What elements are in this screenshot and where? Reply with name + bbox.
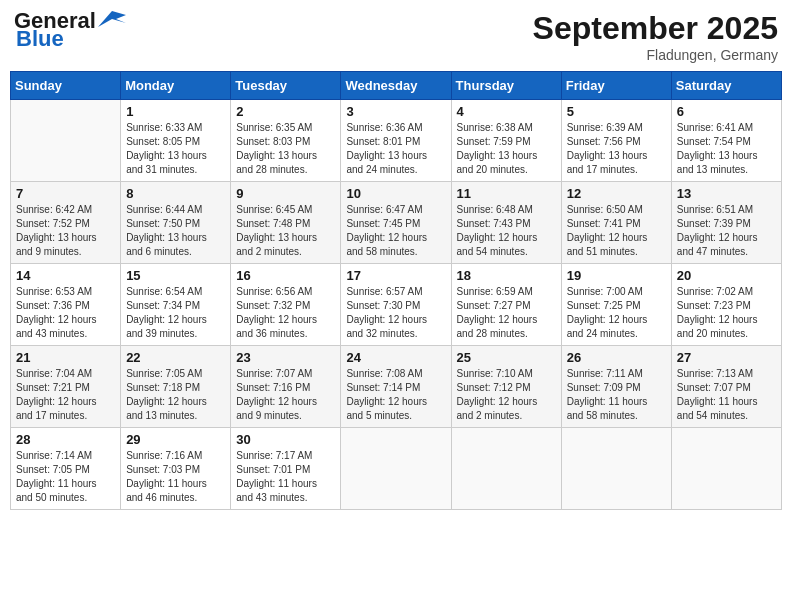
calendar-cell: 19Sunrise: 7:00 AMSunset: 7:25 PMDayligh… bbox=[561, 264, 671, 346]
day-info: Sunrise: 6:50 AMSunset: 7:41 PMDaylight:… bbox=[567, 203, 666, 259]
day-info: Sunrise: 7:13 AMSunset: 7:07 PMDaylight:… bbox=[677, 367, 776, 423]
calendar-cell bbox=[11, 100, 121, 182]
day-info: Sunrise: 6:56 AMSunset: 7:32 PMDaylight:… bbox=[236, 285, 335, 341]
calendar-cell: 2Sunrise: 6:35 AMSunset: 8:03 PMDaylight… bbox=[231, 100, 341, 182]
svg-marker-0 bbox=[98, 11, 126, 27]
logo-bird-icon bbox=[98, 9, 126, 31]
day-number: 1 bbox=[126, 104, 225, 119]
page-header: General Blue September 2025 Fladungen, G… bbox=[10, 10, 782, 63]
calendar-header-wednesday: Wednesday bbox=[341, 72, 451, 100]
calendar-cell: 15Sunrise: 6:54 AMSunset: 7:34 PMDayligh… bbox=[121, 264, 231, 346]
day-number: 26 bbox=[567, 350, 666, 365]
calendar-body: 1Sunrise: 6:33 AMSunset: 8:05 PMDaylight… bbox=[11, 100, 782, 510]
day-number: 2 bbox=[236, 104, 335, 119]
logo-blue: Blue bbox=[14, 28, 64, 50]
day-info: Sunrise: 7:05 AMSunset: 7:18 PMDaylight:… bbox=[126, 367, 225, 423]
calendar-cell: 5Sunrise: 6:39 AMSunset: 7:56 PMDaylight… bbox=[561, 100, 671, 182]
day-number: 30 bbox=[236, 432, 335, 447]
calendar-header-saturday: Saturday bbox=[671, 72, 781, 100]
calendar-cell: 29Sunrise: 7:16 AMSunset: 7:03 PMDayligh… bbox=[121, 428, 231, 510]
day-number: 25 bbox=[457, 350, 556, 365]
day-number: 9 bbox=[236, 186, 335, 201]
day-number: 5 bbox=[567, 104, 666, 119]
day-info: Sunrise: 6:53 AMSunset: 7:36 PMDaylight:… bbox=[16, 285, 115, 341]
day-info: Sunrise: 6:51 AMSunset: 7:39 PMDaylight:… bbox=[677, 203, 776, 259]
calendar-cell: 4Sunrise: 6:38 AMSunset: 7:59 PMDaylight… bbox=[451, 100, 561, 182]
calendar-week-3: 14Sunrise: 6:53 AMSunset: 7:36 PMDayligh… bbox=[11, 264, 782, 346]
calendar-cell: 10Sunrise: 6:47 AMSunset: 7:45 PMDayligh… bbox=[341, 182, 451, 264]
calendar-cell: 20Sunrise: 7:02 AMSunset: 7:23 PMDayligh… bbox=[671, 264, 781, 346]
calendar-week-5: 28Sunrise: 7:14 AMSunset: 7:05 PMDayligh… bbox=[11, 428, 782, 510]
day-number: 18 bbox=[457, 268, 556, 283]
day-number: 27 bbox=[677, 350, 776, 365]
day-number: 17 bbox=[346, 268, 445, 283]
calendar-cell bbox=[671, 428, 781, 510]
day-info: Sunrise: 7:00 AMSunset: 7:25 PMDaylight:… bbox=[567, 285, 666, 341]
calendar-cell: 25Sunrise: 7:10 AMSunset: 7:12 PMDayligh… bbox=[451, 346, 561, 428]
calendar-header-thursday: Thursday bbox=[451, 72, 561, 100]
calendar-cell: 7Sunrise: 6:42 AMSunset: 7:52 PMDaylight… bbox=[11, 182, 121, 264]
calendar-cell bbox=[451, 428, 561, 510]
day-number: 21 bbox=[16, 350, 115, 365]
calendar-cell: 1Sunrise: 6:33 AMSunset: 8:05 PMDaylight… bbox=[121, 100, 231, 182]
calendar-cell: 24Sunrise: 7:08 AMSunset: 7:14 PMDayligh… bbox=[341, 346, 451, 428]
day-info: Sunrise: 6:45 AMSunset: 7:48 PMDaylight:… bbox=[236, 203, 335, 259]
day-info: Sunrise: 7:02 AMSunset: 7:23 PMDaylight:… bbox=[677, 285, 776, 341]
day-number: 11 bbox=[457, 186, 556, 201]
day-number: 15 bbox=[126, 268, 225, 283]
title-area: September 2025 Fladungen, Germany bbox=[533, 10, 778, 63]
day-info: Sunrise: 7:07 AMSunset: 7:16 PMDaylight:… bbox=[236, 367, 335, 423]
day-number: 19 bbox=[567, 268, 666, 283]
calendar-header-row: SundayMondayTuesdayWednesdayThursdayFrid… bbox=[11, 72, 782, 100]
day-number: 4 bbox=[457, 104, 556, 119]
calendar-cell: 11Sunrise: 6:48 AMSunset: 7:43 PMDayligh… bbox=[451, 182, 561, 264]
day-info: Sunrise: 6:44 AMSunset: 7:50 PMDaylight:… bbox=[126, 203, 225, 259]
day-info: Sunrise: 6:38 AMSunset: 7:59 PMDaylight:… bbox=[457, 121, 556, 177]
calendar-cell bbox=[341, 428, 451, 510]
calendar-header-friday: Friday bbox=[561, 72, 671, 100]
day-info: Sunrise: 6:41 AMSunset: 7:54 PMDaylight:… bbox=[677, 121, 776, 177]
day-info: Sunrise: 6:35 AMSunset: 8:03 PMDaylight:… bbox=[236, 121, 335, 177]
calendar-cell: 13Sunrise: 6:51 AMSunset: 7:39 PMDayligh… bbox=[671, 182, 781, 264]
calendar-cell: 21Sunrise: 7:04 AMSunset: 7:21 PMDayligh… bbox=[11, 346, 121, 428]
calendar-table: SundayMondayTuesdayWednesdayThursdayFrid… bbox=[10, 71, 782, 510]
calendar-header-sunday: Sunday bbox=[11, 72, 121, 100]
month-title: September 2025 bbox=[533, 10, 778, 47]
day-number: 20 bbox=[677, 268, 776, 283]
calendar-header-monday: Monday bbox=[121, 72, 231, 100]
calendar-cell: 22Sunrise: 7:05 AMSunset: 7:18 PMDayligh… bbox=[121, 346, 231, 428]
day-number: 13 bbox=[677, 186, 776, 201]
day-info: Sunrise: 6:42 AMSunset: 7:52 PMDaylight:… bbox=[16, 203, 115, 259]
calendar-cell: 28Sunrise: 7:14 AMSunset: 7:05 PMDayligh… bbox=[11, 428, 121, 510]
calendar-cell: 9Sunrise: 6:45 AMSunset: 7:48 PMDaylight… bbox=[231, 182, 341, 264]
day-info: Sunrise: 6:47 AMSunset: 7:45 PMDaylight:… bbox=[346, 203, 445, 259]
day-number: 12 bbox=[567, 186, 666, 201]
calendar-cell: 6Sunrise: 6:41 AMSunset: 7:54 PMDaylight… bbox=[671, 100, 781, 182]
calendar-week-1: 1Sunrise: 6:33 AMSunset: 8:05 PMDaylight… bbox=[11, 100, 782, 182]
calendar-cell: 18Sunrise: 6:59 AMSunset: 7:27 PMDayligh… bbox=[451, 264, 561, 346]
day-info: Sunrise: 7:10 AMSunset: 7:12 PMDaylight:… bbox=[457, 367, 556, 423]
calendar-week-4: 21Sunrise: 7:04 AMSunset: 7:21 PMDayligh… bbox=[11, 346, 782, 428]
day-info: Sunrise: 6:39 AMSunset: 7:56 PMDaylight:… bbox=[567, 121, 666, 177]
day-info: Sunrise: 7:11 AMSunset: 7:09 PMDaylight:… bbox=[567, 367, 666, 423]
calendar-cell: 17Sunrise: 6:57 AMSunset: 7:30 PMDayligh… bbox=[341, 264, 451, 346]
day-info: Sunrise: 7:08 AMSunset: 7:14 PMDaylight:… bbox=[346, 367, 445, 423]
day-number: 7 bbox=[16, 186, 115, 201]
day-number: 3 bbox=[346, 104, 445, 119]
day-number: 14 bbox=[16, 268, 115, 283]
day-number: 22 bbox=[126, 350, 225, 365]
calendar-cell: 14Sunrise: 6:53 AMSunset: 7:36 PMDayligh… bbox=[11, 264, 121, 346]
calendar-cell: 8Sunrise: 6:44 AMSunset: 7:50 PMDaylight… bbox=[121, 182, 231, 264]
day-number: 10 bbox=[346, 186, 445, 201]
calendar-cell: 3Sunrise: 6:36 AMSunset: 8:01 PMDaylight… bbox=[341, 100, 451, 182]
day-info: Sunrise: 6:59 AMSunset: 7:27 PMDaylight:… bbox=[457, 285, 556, 341]
day-number: 24 bbox=[346, 350, 445, 365]
day-number: 8 bbox=[126, 186, 225, 201]
day-number: 6 bbox=[677, 104, 776, 119]
calendar-cell: 23Sunrise: 7:07 AMSunset: 7:16 PMDayligh… bbox=[231, 346, 341, 428]
day-info: Sunrise: 7:04 AMSunset: 7:21 PMDaylight:… bbox=[16, 367, 115, 423]
logo: General Blue bbox=[14, 10, 126, 50]
day-number: 23 bbox=[236, 350, 335, 365]
day-info: Sunrise: 7:14 AMSunset: 7:05 PMDaylight:… bbox=[16, 449, 115, 505]
day-info: Sunrise: 7:17 AMSunset: 7:01 PMDaylight:… bbox=[236, 449, 335, 505]
